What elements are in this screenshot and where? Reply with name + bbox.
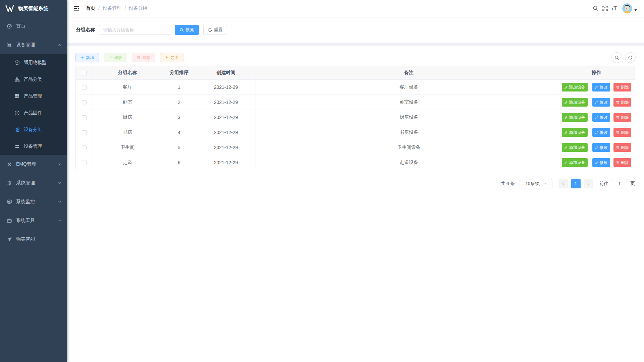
add-device-button[interactable]: 添加设备 <box>562 143 588 152</box>
column-header-actions: 操作 <box>558 66 635 80</box>
sidebar-item-home[interactable]: 首页 <box>0 17 67 36</box>
breadcrumb-home[interactable]: 首页 <box>86 5 95 11</box>
select-all-checkbox[interactable] <box>82 71 87 75</box>
sidebar-item-system-management[interactable]: 系统管理 <box>0 174 67 192</box>
sidebar-item-device-management[interactable]: 设备管理 <box>0 36 67 54</box>
prev-page-button[interactable] <box>558 179 568 188</box>
font-size-icon[interactable]: TT <box>611 6 617 11</box>
reset-button[interactable]: 重置 <box>203 25 227 35</box>
breadcrumb-device-management: 设备管理 <box>103 5 121 11</box>
add-button[interactable]: 新增 <box>75 53 99 62</box>
trash-icon <box>616 131 620 134</box>
fullscreen-icon[interactable] <box>602 5 608 11</box>
pencil-icon <box>564 85 568 89</box>
main-area: 首页 / 设备管理 / 设备分组 TT <box>67 0 644 362</box>
cell-remark: 走道设备 <box>256 155 558 170</box>
row-delete-button[interactable]: 删除 <box>613 113 631 122</box>
cube-icon <box>14 60 20 65</box>
sidebar-item-label: 设备管理 <box>16 42 58 48</box>
row-delete-button[interactable]: 删除 <box>613 83 631 92</box>
cell-group-name: 书房 <box>93 125 162 140</box>
add-device-button[interactable]: 添加设备 <box>562 83 588 92</box>
group-name-input[interactable] <box>99 25 171 35</box>
add-device-button[interactable]: 添加设备 <box>562 98 588 107</box>
pencil-icon <box>595 101 598 104</box>
refresh-button[interactable] <box>625 52 636 63</box>
sidebar-item-device-group[interactable]: 设备分组 <box>0 121 67 138</box>
sidebar-item-system-tools[interactable]: 系统工具 <box>0 211 67 230</box>
search-icon <box>179 28 184 32</box>
row-edit-button[interactable]: 修改 <box>592 143 610 152</box>
pencil-icon <box>108 56 112 60</box>
row-checkbox[interactable] <box>82 130 87 135</box>
page-size-select[interactable]: 10条/页 <box>520 179 552 188</box>
sidebar-item-product-management[interactable]: 产品管理 <box>0 88 67 105</box>
add-device-button[interactable]: 添加设备 <box>562 128 588 137</box>
logo-bar[interactable]: 物美智能系统 <box>0 0 67 17</box>
row-checkbox[interactable] <box>82 161 87 165</box>
cell-group-name: 厨房 <box>93 110 162 125</box>
cell-remark: 书房设备 <box>256 125 558 140</box>
pencil-icon <box>564 116 568 119</box>
goto-label: 前往 <box>599 181 608 187</box>
sidebar-item-label: 系统工具 <box>16 218 58 224</box>
add-device-button[interactable]: 添加设备 <box>562 158 588 167</box>
refresh-icon <box>208 28 212 32</box>
download-icon <box>165 56 169 60</box>
search-icon[interactable] <box>593 5 599 11</box>
table-toolbar: 新增 修改 删除 导出 <box>75 52 636 63</box>
avatar[interactable] <box>622 3 632 13</box>
app-title: 物美智能系统 <box>18 5 48 12</box>
next-page-button[interactable] <box>584 179 593 188</box>
cell-remark: 卫生间设备 <box>256 140 558 155</box>
add-device-button[interactable]: 添加设备 <box>562 113 588 122</box>
breadcrumb: 首页 / 设备管理 / 设备分组 <box>86 5 148 11</box>
search-button[interactable]: 搜索 <box>175 25 199 35</box>
row-edit-button[interactable]: 修改 <box>592 113 610 122</box>
sidebar-item-emq[interactable]: EMQ管理 <box>0 155 67 174</box>
sidebar-item-device-list[interactable]: 设备管理 <box>0 138 67 155</box>
toggle-search-button[interactable] <box>611 52 622 63</box>
row-edit-button[interactable]: 修改 <box>592 158 610 167</box>
breadcrumb-separator: / <box>124 6 126 11</box>
trash-icon <box>616 161 620 165</box>
sidebar-fold-icon[interactable] <box>73 5 80 12</box>
caret-down-icon <box>634 9 637 11</box>
sidebar-item-thing-model[interactable]: 通用物模型 <box>0 54 67 71</box>
top-navbar: 首页 / 设备管理 / 设备分组 TT <box>67 0 644 17</box>
pencil-icon <box>595 116 598 119</box>
row-delete-button[interactable]: 删除 <box>613 128 631 137</box>
row-checkbox[interactable] <box>82 85 87 90</box>
row-edit-button[interactable]: 修改 <box>592 83 610 92</box>
page-number-button[interactable]: 1 <box>571 179 581 188</box>
table-row: 书房 4 2021-12-29 书房设备 添加设备 修改 删除 <box>76 125 635 140</box>
cell-created-time: 2021-12-29 <box>196 125 256 140</box>
row-edit-button[interactable]: 修改 <box>592 128 610 137</box>
sidebar-item-label: 首页 <box>16 23 62 29</box>
sidebar-item-wumei[interactable]: 物美智能 <box>0 230 67 249</box>
sidebar-item-product-category[interactable]: 产品分类 <box>0 71 67 88</box>
cell-created-time: 2021-12-29 <box>196 80 256 95</box>
row-checkbox[interactable] <box>82 115 87 120</box>
sidebar-item-product-firmware[interactable]: 产品固件 <box>0 105 67 121</box>
row-delete-button[interactable]: 删除 <box>613 98 631 107</box>
row-checkbox[interactable] <box>82 145 87 150</box>
table-row: 卫生间 5 2021-12-29 卫生间设备 添加设备 修改 删除 <box>76 140 635 155</box>
user-menu[interactable] <box>622 3 637 13</box>
trash-icon <box>616 146 620 149</box>
trash-icon <box>616 85 620 89</box>
plus-icon <box>80 56 84 60</box>
sidebar-item-system-monitor[interactable]: 系统监控 <box>0 192 67 211</box>
delete-button[interactable]: 删除 <box>132 53 155 62</box>
chevron-right-icon <box>587 182 590 185</box>
row-edit-button[interactable]: 修改 <box>592 98 610 107</box>
row-delete-button[interactable]: 删除 <box>613 158 631 167</box>
toolbox-icon <box>7 218 12 223</box>
row-checkbox[interactable] <box>82 100 87 105</box>
export-button[interactable]: 导出 <box>160 53 183 62</box>
edit-button[interactable]: 修改 <box>104 53 127 62</box>
refresh-icon <box>628 55 633 60</box>
row-delete-button[interactable]: 删除 <box>613 143 631 152</box>
app-logo-icon <box>5 3 15 13</box>
goto-page-input[interactable] <box>612 179 627 188</box>
